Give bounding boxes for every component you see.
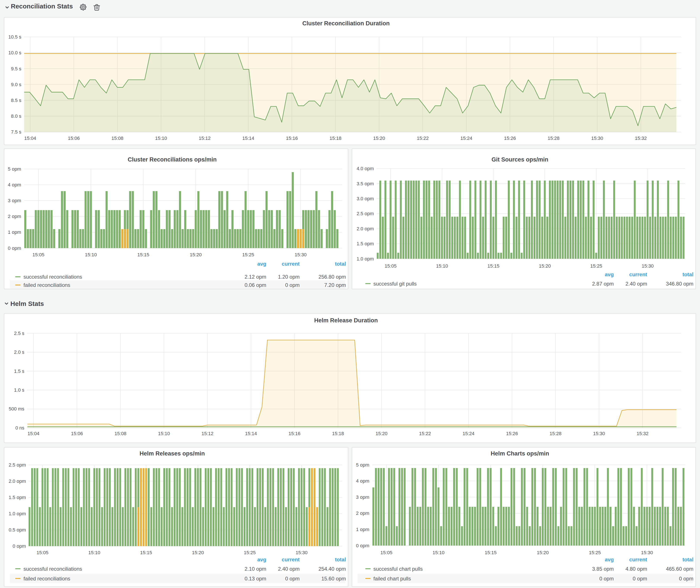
svg-text:15:20: 15:20 [537, 550, 549, 555]
svg-text:avg: avg [257, 557, 266, 562]
svg-text:3.85 opm: 3.85 opm [592, 566, 614, 572]
svg-text:15:26: 15:26 [506, 431, 518, 436]
svg-text:1.5 s: 1.5 s [14, 368, 24, 374]
svg-text:current: current [629, 271, 647, 277]
svg-text:0 opm: 0 opm [285, 282, 300, 288]
svg-text:Cluster Reconciliations ops/mi: Cluster Reconciliations ops/min [127, 156, 216, 163]
svg-text:4.80 opm: 4.80 opm [626, 566, 647, 572]
svg-text:0 opm: 0 opm [679, 576, 694, 582]
svg-text:4.0 opm: 4.0 opm [357, 166, 374, 171]
svg-text:3.5 opm: 3.5 opm [357, 181, 374, 186]
svg-text:15:05: 15:05 [381, 550, 392, 555]
svg-text:2.0 s: 2.0 s [14, 349, 24, 355]
svg-text:2.5 s: 2.5 s [14, 331, 24, 336]
svg-text:15:12: 15:12 [198, 136, 210, 141]
svg-text:9.0 s: 9.0 s [11, 82, 21, 87]
svg-text:15:14: 15:14 [242, 136, 254, 141]
svg-text:avg: avg [605, 557, 614, 562]
svg-text:15:25: 15:25 [589, 550, 601, 555]
svg-text:successful git pulls: successful git pulls [373, 281, 417, 287]
svg-text:0.06 opm: 0.06 opm [245, 282, 266, 288]
svg-text:15:28: 15:28 [549, 431, 561, 436]
svg-text:15:10: 15:10 [432, 550, 444, 555]
svg-text:15:10: 15:10 [436, 263, 448, 269]
svg-text:0 opm: 0 opm [13, 543, 26, 549]
svg-text:465.60 opm: 465.60 opm [666, 566, 694, 572]
svg-text:avg: avg [605, 271, 614, 277]
svg-text:2.87 opm: 2.87 opm [592, 281, 614, 287]
svg-text:15:18: 15:18 [332, 431, 344, 436]
svg-text:0 opm: 0 opm [599, 576, 614, 582]
svg-text:0 opm: 0 opm [285, 576, 300, 582]
svg-text:15:10: 15:10 [155, 136, 167, 141]
svg-text:15:22: 15:22 [419, 431, 431, 436]
svg-text:15:30: 15:30 [295, 252, 306, 257]
svg-text:15:30: 15:30 [642, 263, 654, 269]
svg-text:15:28: 15:28 [547, 136, 559, 141]
svg-text:15:16: 15:16 [288, 431, 300, 436]
svg-text:256.80 opm: 256.80 opm [318, 274, 346, 280]
svg-text:7.5 s: 7.5 s [11, 129, 21, 135]
svg-text:failed reconciliations: failed reconciliations [23, 282, 70, 288]
svg-text:15:04: 15:04 [27, 431, 39, 436]
svg-text:15:10: 15:10 [85, 252, 97, 257]
svg-text:15:30: 15:30 [641, 550, 653, 555]
svg-text:15:12: 15:12 [201, 431, 213, 436]
svg-text:346.80 opm: 346.80 opm [666, 281, 694, 287]
svg-text:15:15: 15:15 [485, 550, 497, 555]
svg-text:15:08: 15:08 [114, 431, 126, 436]
svg-text:2.5 opm: 2.5 opm [357, 211, 374, 216]
svg-text:15:30: 15:30 [295, 550, 307, 555]
svg-text:1.5 opm: 1.5 opm [357, 241, 374, 246]
svg-text:failed reconciliations: failed reconciliations [23, 576, 70, 582]
svg-text:15:20: 15:20 [539, 263, 551, 269]
svg-text:3.0 opm: 3.0 opm [357, 196, 374, 201]
svg-text:7.20 opm: 7.20 opm [324, 282, 346, 288]
svg-text:15:20: 15:20 [373, 136, 385, 141]
svg-text:15:15: 15:15 [487, 263, 499, 269]
svg-text:15:24: 15:24 [460, 136, 472, 141]
svg-text:avg: avg [257, 261, 266, 267]
svg-text:15:18: 15:18 [329, 136, 341, 141]
svg-text:15:30: 15:30 [593, 431, 605, 436]
svg-text:total: total [335, 557, 346, 562]
svg-text:0.13 opm: 0.13 opm [245, 576, 266, 582]
svg-text:2.10 opm: 2.10 opm [245, 566, 266, 572]
svg-text:15:16: 15:16 [286, 136, 298, 141]
svg-text:total: total [682, 271, 694, 277]
svg-text:15:20: 15:20 [192, 550, 204, 555]
svg-text:15:05: 15:05 [36, 550, 48, 555]
svg-text:15:25: 15:25 [244, 550, 256, 555]
svg-text:1.20 opm: 1.20 opm [278, 274, 300, 280]
svg-text:15:08: 15:08 [111, 136, 123, 141]
svg-text:2.5 opm: 2.5 opm [9, 462, 26, 468]
svg-text:15:32: 15:32 [636, 431, 648, 436]
svg-text:9.5 s: 9.5 s [11, 66, 21, 71]
svg-text:15:25: 15:25 [590, 263, 602, 269]
svg-text:15:25: 15:25 [242, 252, 254, 257]
svg-text:total: total [682, 557, 694, 562]
svg-text:1.0 s: 1.0 s [14, 387, 24, 393]
svg-text:successful reconciliations: successful reconciliations [23, 274, 82, 280]
svg-text:failed chart pulls: failed chart pulls [373, 576, 411, 582]
svg-text:15:20: 15:20 [375, 431, 387, 436]
svg-text:0 opm: 0 opm [356, 543, 369, 548]
svg-text:15.60 opm: 15.60 opm [321, 576, 346, 582]
svg-text:15:06: 15:06 [71, 431, 83, 436]
svg-text:3 opm: 3 opm [356, 494, 369, 500]
svg-text:15:30: 15:30 [591, 136, 603, 141]
svg-text:Cluster Reconciliation Duratio: Cluster Reconciliation Duration [302, 20, 390, 27]
svg-text:10.0 s: 10.0 s [8, 50, 21, 55]
svg-text:1.5 opm: 1.5 opm [9, 495, 26, 500]
svg-text:5 opm: 5 opm [8, 166, 21, 172]
svg-text:successful chart pulls: successful chart pulls [373, 566, 423, 572]
svg-text:15:06: 15:06 [68, 136, 80, 141]
svg-text:15:05: 15:05 [385, 263, 397, 269]
svg-text:15:10: 15:10 [158, 431, 170, 436]
svg-text:total: total [335, 261, 346, 267]
svg-text:1.0 opm: 1.0 opm [357, 256, 374, 262]
svg-text:Helm Release Duration: Helm Release Duration [314, 317, 378, 324]
svg-text:8.0 s: 8.0 s [11, 113, 21, 119]
svg-text:1.0 opm: 1.0 opm [9, 511, 26, 516]
svg-text:0.5 opm: 0.5 opm [9, 527, 26, 533]
